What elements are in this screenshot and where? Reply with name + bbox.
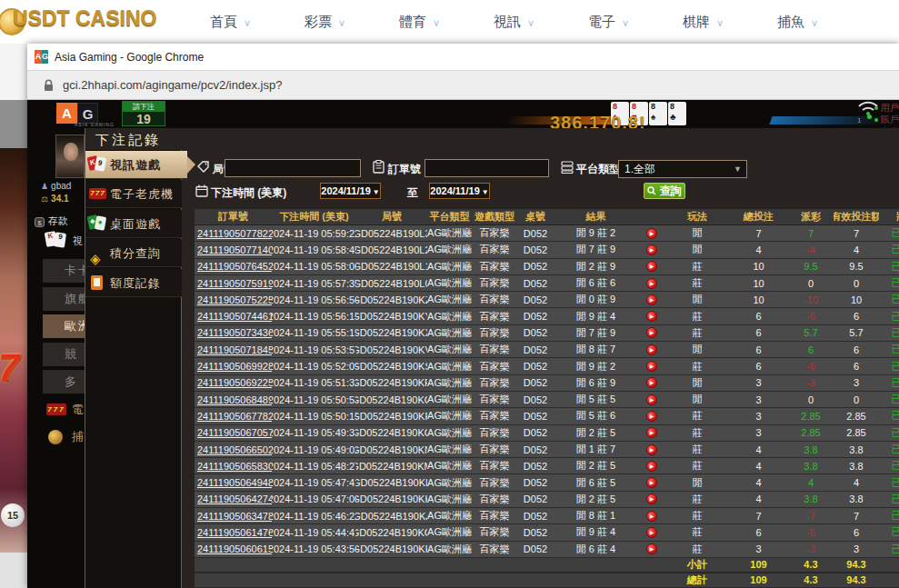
cell-game: 百家樂: [472, 442, 517, 457]
order-number-link[interactable]: 241119050734360: [197, 327, 272, 338]
date-to-picker[interactable]: 2024/11/19▼: [429, 183, 490, 199]
nav-item-0[interactable]: 首頁∨: [210, 14, 305, 31]
play-video-icon[interactable]: [646, 511, 657, 522]
sidebar-item-2[interactable]: ♣♠桌面遊戲: [85, 210, 182, 238]
nav-item-2[interactable]: 體育∨: [399, 14, 494, 31]
play-video-icon[interactable]: [646, 228, 657, 239]
sidebar-item-1[interactable]: 777電子老虎機: [85, 180, 182, 208]
play-video-icon[interactable]: [646, 311, 657, 322]
order-number-link[interactable]: 241119050778220: [197, 228, 272, 239]
play-video-icon[interactable]: [646, 278, 657, 289]
play-video-icon[interactable]: [646, 361, 657, 372]
cell-valid: 0: [834, 275, 879, 291]
play-video-icon[interactable]: [646, 244, 657, 255]
play-video-icon[interactable]: [646, 444, 657, 455]
play-video-icon[interactable]: [646, 327, 657, 338]
cell-result: 閒 2 莊 9: [554, 259, 638, 274]
play-video-icon[interactable]: [646, 527, 657, 538]
cell-icon: [638, 342, 665, 357]
order-number-link[interactable]: 241119050752255: [197, 294, 272, 305]
footer-cell-status: [879, 558, 899, 572]
to-label: 至: [407, 185, 418, 201]
play-video-icon[interactable]: [646, 394, 657, 405]
play-video-icon[interactable]: [646, 461, 657, 472]
cell-result: 閒 9 莊 2: [554, 225, 638, 241]
cell-table: D052: [517, 492, 554, 507]
cell-play: 莊: [665, 524, 729, 540]
cell-order: 241119050665026: [195, 442, 272, 457]
site-logo-text: USDT CASINO: [13, 6, 156, 30]
sidebar-item-label: 視訊遊戲: [110, 158, 161, 172]
modal-content: 局號 訂單號 平台類型: [183, 150, 899, 588]
order-number-link[interactable]: 241119050699288: [197, 361, 272, 372]
order-number-link[interactable]: 241119050642745: [197, 493, 272, 504]
order-number-link[interactable]: 241119050677823: [197, 411, 272, 422]
footer-cell-play: 總計: [665, 573, 729, 587]
cell-status: 已派彩: [879, 508, 899, 523]
play-video-icon[interactable]: [646, 377, 657, 388]
cell-icon: [638, 392, 665, 407]
cell-status: 已派彩: [879, 308, 899, 324]
cell-valid: 3.8: [834, 458, 879, 473]
order-number-link[interactable]: 241119050692252: [197, 377, 272, 388]
order-number-link[interactable]: 241119050718457: [197, 344, 272, 355]
window-titlebar[interactable]: AG Asia Gaming - Google Chrome: [27, 44, 899, 70]
order-number-link[interactable]: 241119050744612: [197, 311, 272, 322]
cell-table: D052: [517, 308, 554, 324]
nav-item-6[interactable]: 捕魚∨: [777, 14, 872, 31]
cell-play: 閒: [665, 392, 729, 407]
date-from-picker[interactable]: 2024/11/19▼: [320, 183, 381, 199]
sidebar-item-4[interactable]: 額度記錄: [85, 269, 182, 297]
cell-table: D052: [517, 392, 554, 407]
cell-payout: 0: [788, 392, 834, 407]
play-video-icon[interactable]: [646, 493, 657, 504]
order-number-link[interactable]: 241119050670570: [197, 427, 272, 438]
nav-item-4[interactable]: 電子∨: [588, 14, 683, 31]
cell-icon: [638, 524, 665, 540]
order-number-link[interactable]: 241119050764526: [197, 261, 272, 272]
platform-select[interactable]: 1.全部▼: [618, 160, 747, 178]
play-video-icon[interactable]: [646, 543, 657, 554]
nav-item-5[interactable]: 棋牌∨: [683, 14, 777, 31]
cell-result: 閒 0 莊 9: [554, 292, 638, 307]
cell-payout: -3: [788, 542, 834, 557]
nav-item-1[interactable]: 彩票∨: [305, 14, 399, 31]
cell-order: 241119050771408: [195, 242, 272, 257]
order-number-link[interactable]: 241119050606154: [197, 543, 272, 554]
order-number-link[interactable]: 241119050649485: [197, 477, 272, 488]
cell-platform: AG歐洲廳: [427, 474, 472, 490]
cell-platform: AG歐洲廳: [427, 408, 472, 424]
play-video-icon[interactable]: [646, 294, 657, 305]
sidebar-item-3[interactable]: ◈積分查詢: [85, 239, 182, 267]
order-number-link[interactable]: 241119050771408: [197, 244, 272, 255]
cell-bet: 10: [729, 275, 788, 291]
play-video-icon[interactable]: [646, 427, 657, 438]
order-number-link[interactable]: 241119050684899: [197, 394, 272, 405]
order-number-link[interactable]: 241119050759191: [197, 278, 272, 289]
search-button[interactable]: 查詢: [644, 183, 685, 199]
chevron-down-icon: ∨: [811, 17, 818, 28]
address-bar[interactable]: gci.2hhapi.com/agingame/pcv2/index.jsp?: [27, 70, 899, 100]
sidebar-item-0[interactable]: K9視訊遊戲: [85, 151, 187, 179]
cell-game: 百家樂: [472, 508, 517, 523]
cell-game: 百家樂: [472, 408, 517, 424]
order-number-link[interactable]: 241119050665026: [197, 444, 272, 455]
cell-table: D052: [517, 408, 554, 424]
order-number-link[interactable]: 241119050658304: [197, 461, 272, 472]
cell-order: 241119050684899: [195, 392, 272, 407]
nav-item-3[interactable]: 視訊∨: [494, 14, 588, 31]
money-icon: ⚖: [41, 194, 48, 204]
cell-table: D052: [517, 275, 554, 291]
cell-status: 已派彩: [879, 542, 899, 557]
play-video-icon[interactable]: [646, 477, 657, 488]
order-number-link[interactable]: 241119050634788: [197, 511, 272, 522]
cell-round: GD05224B190KQ: [356, 392, 427, 407]
footer-cell-game: [472, 558, 517, 572]
sidebar-item-label: 桌面遊戲: [110, 217, 161, 231]
play-video-icon[interactable]: [646, 344, 657, 355]
play-video-icon[interactable]: [646, 411, 657, 422]
order-input[interactable]: [425, 159, 549, 177]
round-input[interactable]: [225, 159, 361, 177]
order-number-link[interactable]: 241119050614768: [197, 527, 272, 538]
play-video-icon[interactable]: [646, 261, 657, 272]
